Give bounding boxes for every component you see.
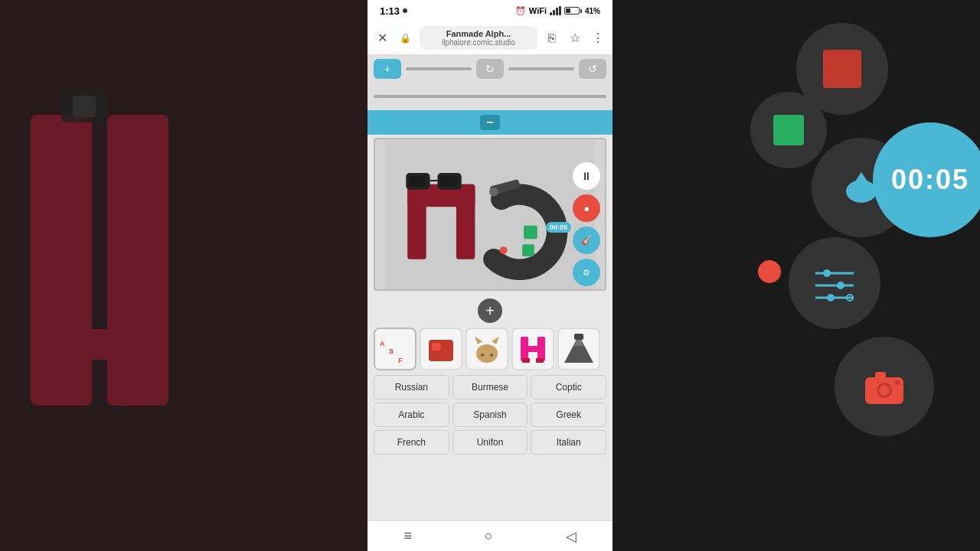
alarm-icon: ⏰ bbox=[515, 6, 526, 16]
lang-burmese[interactable]: Burmese bbox=[452, 375, 528, 399]
svg-rect-1 bbox=[107, 115, 168, 406]
bg-circle-sliders bbox=[789, 237, 880, 329]
minus-button[interactable]: − bbox=[480, 115, 500, 130]
battery-body bbox=[564, 7, 580, 15]
svg-rect-36 bbox=[429, 340, 453, 361]
signal-bar-1 bbox=[550, 12, 552, 15]
canvas-svg bbox=[375, 139, 605, 289]
svg-rect-52 bbox=[574, 334, 583, 340]
battery-fill bbox=[566, 8, 570, 13]
blue-bar: − bbox=[368, 110, 612, 135]
svg-rect-30 bbox=[524, 226, 537, 240]
svg-point-10 bbox=[837, 282, 844, 289]
battery-percent: 41% bbox=[585, 7, 600, 15]
background-right: 00:05 bbox=[612, 0, 980, 551]
alpha-item-5[interactable] bbox=[557, 328, 600, 370]
nav-back-icon[interactable]: ◁ bbox=[566, 528, 577, 545]
bottom-nav: ≡ ○ ◁ bbox=[368, 520, 612, 551]
time-display: 1:13 bbox=[380, 5, 400, 17]
slider-3[interactable] bbox=[374, 95, 606, 98]
background-left bbox=[0, 0, 368, 551]
svg-marker-43 bbox=[475, 337, 482, 344]
svg-text:A: A bbox=[380, 340, 385, 347]
redo-button[interactable]: ↺ bbox=[579, 59, 606, 79]
add-button-toolbar[interactable]: + bbox=[374, 59, 401, 79]
page-url: ilphalore.comic.studio bbox=[442, 38, 515, 47]
toolbar-top: + ↻ ↺ bbox=[368, 55, 612, 83]
svg-point-29 bbox=[489, 187, 498, 197]
signal-bar-2 bbox=[553, 10, 555, 15]
share-button[interactable]: ⎘ bbox=[544, 30, 560, 47]
signal-bar-4 bbox=[559, 6, 561, 15]
lang-italian[interactable]: Italian bbox=[531, 430, 606, 455]
pause-button[interactable]: ⏸ bbox=[573, 162, 600, 190]
close-button[interactable]: ✕ bbox=[374, 30, 390, 47]
status-right: ⏰ WiFi 41% bbox=[515, 6, 600, 16]
svg-rect-4 bbox=[73, 96, 96, 117]
svg-point-39 bbox=[479, 346, 485, 352]
lang-greek[interactable]: Greek bbox=[531, 403, 606, 427]
toolbar-mid bbox=[368, 83, 612, 110]
bg-circle-timer: 00:05 bbox=[873, 122, 980, 237]
svg-point-12 bbox=[827, 294, 835, 302]
lang-french[interactable]: French bbox=[374, 430, 449, 455]
battery-indicator bbox=[564, 7, 582, 15]
svg-rect-31 bbox=[522, 244, 534, 256]
nav-home-icon[interactable]: ○ bbox=[485, 528, 493, 544]
svg-text:F: F bbox=[398, 357, 403, 364]
svg-point-32 bbox=[500, 246, 508, 254]
svg-rect-49 bbox=[536, 358, 544, 363]
alpha-item-3[interactable] bbox=[466, 328, 508, 370]
lang-russian[interactable]: Russian bbox=[374, 375, 449, 399]
svg-rect-17 bbox=[875, 372, 886, 379]
svg-marker-6 bbox=[854, 172, 869, 184]
url-box[interactable]: Fanmade Alph... ilphalore.comic.studio bbox=[420, 26, 537, 50]
svg-marker-44 bbox=[492, 337, 499, 344]
lock-icon: 🔒 bbox=[397, 30, 413, 47]
browser-bar: ✕ 🔒 Fanmade Alph... ilphalore.comic.stud… bbox=[368, 21, 612, 55]
add-scene-button[interactable]: + bbox=[478, 298, 502, 323]
alpha-item-1[interactable]: A S F bbox=[374, 328, 416, 370]
lang-arabic[interactable]: Arabic bbox=[374, 403, 449, 427]
web-content: + ↻ ↺ − bbox=[368, 55, 612, 520]
lang-coptic[interactable]: Coptic bbox=[531, 375, 606, 399]
alpha-item-4[interactable] bbox=[511, 328, 554, 370]
slider-2[interactable] bbox=[508, 67, 574, 70]
nav-menu-icon[interactable]: ≡ bbox=[403, 528, 412, 544]
svg-point-16 bbox=[879, 385, 890, 396]
svg-rect-47 bbox=[521, 346, 545, 352]
svg-point-41 bbox=[481, 354, 484, 357]
signal-bars bbox=[550, 6, 561, 15]
menu-button[interactable]: ⋮ bbox=[590, 30, 606, 47]
status-bar: 1:13 ⏰ WiFi 41% bbox=[368, 0, 612, 21]
page-title: Fanmade Alph... bbox=[446, 29, 511, 38]
float-controls: ⏸ ■ 🎸 ⚙ 📷 bbox=[573, 162, 600, 291]
bookmark-button[interactable]: ☆ bbox=[567, 30, 583, 47]
svg-rect-37 bbox=[432, 343, 441, 350]
svg-rect-48 bbox=[522, 358, 530, 363]
refresh-button[interactable]: ↻ bbox=[476, 59, 504, 79]
language-grid: Russian Burmese Coptic Arabic Spanish Gr… bbox=[368, 375, 612, 461]
battery-tip bbox=[580, 9, 582, 13]
bg-circle-camera bbox=[835, 337, 934, 436]
stop-button[interactable]: ■ bbox=[573, 194, 600, 222]
lang-unifon[interactable]: Unifon bbox=[452, 430, 528, 455]
wifi-icon: WiFi bbox=[529, 6, 547, 15]
svg-point-40 bbox=[488, 346, 495, 352]
timer-badge: 00:05 bbox=[546, 222, 571, 233]
add-row: + bbox=[368, 294, 612, 328]
lang-spanish[interactable]: Spanish bbox=[452, 403, 528, 427]
sliders-button[interactable]: ⚙ bbox=[573, 259, 600, 286]
signal-bar-3 bbox=[556, 8, 558, 15]
alpha-item-2[interactable] bbox=[420, 328, 462, 370]
canvas-area[interactable]: ⏸ ■ 🎸 ⚙ 📷 00:05 bbox=[374, 138, 606, 291]
guitar-button[interactable]: 🎸 bbox=[573, 227, 600, 254]
alphabet-row[interactable]: A S F bbox=[368, 328, 612, 375]
svg-rect-25 bbox=[409, 176, 426, 187]
slider-1[interactable] bbox=[406, 67, 472, 70]
bg-red-dot bbox=[758, 260, 781, 283]
svg-point-38 bbox=[476, 344, 498, 363]
status-dot bbox=[403, 8, 407, 13]
bg-circle-green bbox=[750, 92, 827, 168]
svg-rect-26 bbox=[440, 176, 457, 187]
